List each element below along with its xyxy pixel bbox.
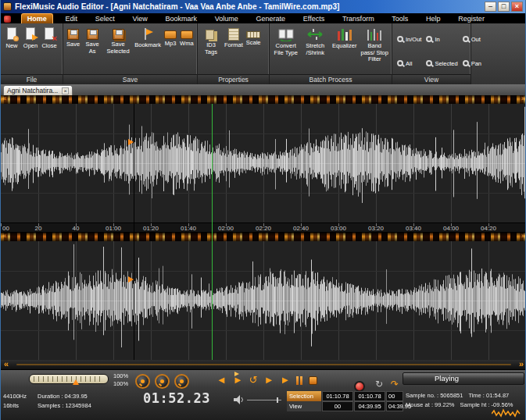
scrollbar-track[interactable] bbox=[16, 364, 511, 365]
menu-item-home[interactable]: Home bbox=[21, 13, 53, 23]
timeline-ruler[interactable]: 00 20 40 01:00 01:20 01:40 02:00 02:20 0… bbox=[1, 222, 526, 233]
ribbon-group-view: In/Out In Out All Selected bbox=[392, 23, 471, 84]
redo-loop-icon[interactable]: ↷ bbox=[391, 379, 399, 390]
knob-balance[interactable] bbox=[174, 374, 189, 389]
level-meter-icon bbox=[492, 408, 521, 418]
timeline-label: 00 bbox=[2, 225, 9, 232]
zoom-horizontal-value: 100% bbox=[113, 372, 128, 380]
menu-item-view[interactable]: View bbox=[127, 14, 152, 23]
format-button[interactable]: Format bbox=[223, 27, 245, 50]
time-display: 01:52.23 bbox=[143, 390, 210, 406]
equalizer-button[interactable]: Equalizer bbox=[330, 27, 360, 51]
format-icon bbox=[228, 28, 239, 41]
document-tab[interactable]: Agni Natchatira... × bbox=[3, 85, 73, 95]
save-as-icon bbox=[87, 29, 98, 40]
close-button[interactable]: × bbox=[511, 2, 523, 12]
group-label-file: File bbox=[1, 74, 63, 84]
minimize-button[interactable]: – bbox=[485, 2, 496, 12]
bookmark-flag-icon bbox=[142, 28, 153, 41]
new-button[interactable]: New bbox=[2, 27, 21, 51]
mp3-button[interactable]: Mp3 bbox=[163, 27, 178, 48]
group-label-properties: Properties bbox=[198, 74, 269, 84]
play-button[interactable]: ► bbox=[264, 375, 274, 386]
timeline-label: 03:00 bbox=[331, 225, 346, 232]
menu-item-tools[interactable]: Tools bbox=[386, 14, 413, 23]
play-all-button[interactable]: ► bbox=[281, 375, 291, 386]
save-button[interactable]: Save bbox=[65, 27, 81, 49]
timeline-label: 04:00 bbox=[443, 225, 459, 232]
menu-item-edit[interactable]: Edit bbox=[59, 14, 83, 23]
knob-speed[interactable] bbox=[135, 374, 150, 389]
timeline-label: 01:00 bbox=[106, 225, 121, 232]
zoom-ruler[interactable] bbox=[29, 374, 109, 384]
menu-item-help[interactable]: Help bbox=[420, 14, 446, 23]
magnifier-minus-icon bbox=[463, 36, 469, 42]
save-as-button[interactable]: Save As bbox=[81, 27, 103, 55]
magnifier-all-icon bbox=[397, 60, 403, 66]
previous-button[interactable]: ◄ bbox=[216, 375, 227, 386]
scrollbar-right-icon[interactable]: » bbox=[519, 359, 524, 368]
app-menu-icon[interactable] bbox=[4, 16, 11, 23]
scroll-right-icon[interactable]: » bbox=[521, 232, 525, 240]
maximize-button[interactable]: □ bbox=[498, 2, 510, 12]
convert-file-type-button[interactable]: Convert File Type bbox=[271, 27, 301, 57]
volume-control[interactable] bbox=[234, 395, 281, 404]
stop-button[interactable] bbox=[309, 376, 317, 385]
pause-button[interactable] bbox=[296, 376, 302, 385]
zoom-vertical-value: 100% bbox=[113, 380, 128, 388]
zoom-in-button[interactable]: In bbox=[426, 28, 457, 50]
selection-label: Selection bbox=[287, 391, 321, 401]
speaker-icon bbox=[234, 395, 245, 404]
menu-item-select[interactable]: Select bbox=[90, 14, 120, 23]
timeline-label: 02:40 bbox=[293, 225, 309, 232]
scroll-left-icon[interactable]: « bbox=[2, 94, 6, 102]
save-selected-button[interactable]: Save Selected bbox=[103, 27, 133, 55]
bookmark-marker-bottom-icon[interactable] bbox=[128, 276, 134, 283]
menu-item-register[interactable]: Register bbox=[453, 14, 490, 23]
bookmark-button[interactable]: Bookmark bbox=[133, 27, 163, 50]
menu-item-generate[interactable]: Generate bbox=[251, 14, 292, 23]
playhead-line[interactable] bbox=[212, 104, 213, 360]
view-selected-button[interactable]: Selected bbox=[426, 52, 457, 74]
ribbon-group-file: New Open Close File bbox=[1, 23, 63, 84]
play-from-marker-button[interactable]: ► bbox=[233, 375, 243, 386]
time-at-value: Time : 01:54.87 bbox=[468, 392, 509, 399]
file-info: 44100HzDuration : 04:39.95 16bitsSamples… bbox=[3, 392, 91, 411]
zoom-in-out-button[interactable]: In/Out bbox=[397, 28, 421, 50]
flag-icon bbox=[234, 372, 239, 376]
selection-row: Selection 01:10.78 01:10.78 00 bbox=[287, 391, 403, 401]
control-panel: 100% 100% ◄ ► ↺ ► ► ↻ ↷ Playing 44100HzD… bbox=[1, 369, 525, 420]
timeline-label: 20 bbox=[35, 225, 42, 232]
menu-item-bookmark[interactable]: Bookmark bbox=[160, 14, 203, 23]
loop-play-button[interactable]: ↺ bbox=[249, 375, 258, 386]
tab-close-icon[interactable]: × bbox=[62, 87, 69, 94]
waveform-right-channel[interactable] bbox=[1, 241, 526, 360]
menu-item-transform[interactable]: Transform bbox=[337, 14, 380, 23]
bookmark-marker-top-icon[interactable] bbox=[128, 139, 134, 145]
knob-volume[interactable] bbox=[155, 374, 170, 389]
waveform-left-channel[interactable] bbox=[1, 104, 526, 222]
menu-item-volume[interactable]: Volume bbox=[209, 14, 244, 23]
scale-icon bbox=[246, 31, 260, 38]
scale-button[interactable]: Scale bbox=[245, 27, 263, 48]
timeline-label: 02:20 bbox=[256, 225, 271, 232]
view-all-button[interactable]: All bbox=[397, 52, 421, 74]
record-button[interactable] bbox=[354, 381, 365, 392]
view-length-value: 04:39.95 bbox=[386, 401, 403, 411]
horizontal-scrollbar[interactable]: « » bbox=[1, 360, 526, 369]
wma-button[interactable]: Wma bbox=[178, 27, 195, 48]
selection-marker-line[interactable] bbox=[134, 104, 134, 360]
scroll-left-icon[interactable]: « bbox=[2, 232, 6, 240]
scroll-right-icon[interactable]: » bbox=[521, 94, 525, 102]
selection-end-value: 01:10.78 bbox=[354, 391, 385, 401]
stretch-shrink-button[interactable]: Stretch /Shrink bbox=[301, 27, 331, 57]
scrollbar-left-icon[interactable]: « bbox=[4, 359, 9, 368]
close-file-button[interactable]: Close bbox=[40, 27, 59, 51]
repeat-icon[interactable]: ↻ bbox=[375, 379, 383, 390]
zoom-marker-icon[interactable] bbox=[73, 379, 79, 385]
id3-tags-button[interactable]: ID3 Tags bbox=[199, 27, 223, 56]
band-pass-stop-filter-button[interactable]: Band pass/ Stop Filter bbox=[360, 27, 390, 64]
menu-item-effects[interactable]: Effects bbox=[298, 14, 330, 23]
volume-slider[interactable] bbox=[247, 400, 281, 400]
open-button[interactable]: Open bbox=[21, 27, 40, 51]
